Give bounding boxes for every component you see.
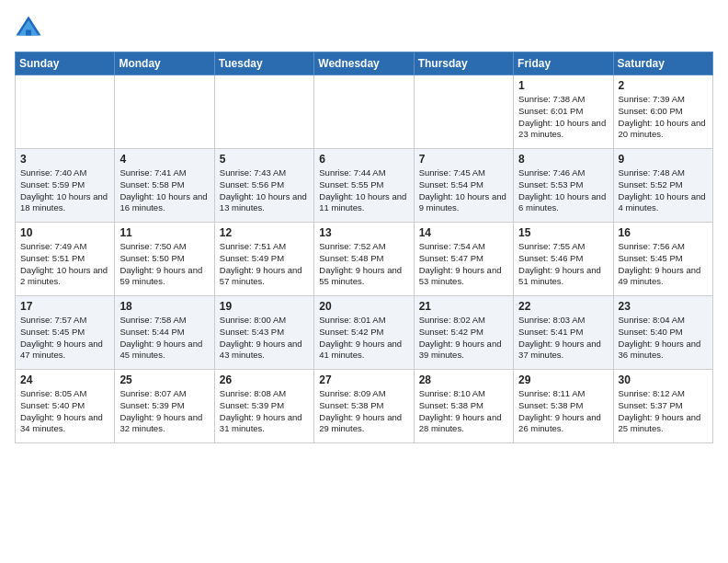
- calendar-week-2: 3Sunrise: 7:40 AM Sunset: 5:59 PM Daylig…: [16, 149, 713, 223]
- day-number: 3: [20, 153, 109, 166]
- calendar-cell: 25Sunrise: 8:07 AM Sunset: 5:39 PM Dayli…: [115, 370, 214, 443]
- calendar-cell: 24Sunrise: 8:05 AM Sunset: 5:40 PM Dayli…: [16, 370, 115, 443]
- day-number: 20: [319, 300, 408, 313]
- cell-info: Sunrise: 7:56 AM Sunset: 5:45 PM Dayligh…: [619, 241, 708, 288]
- calendar-cell: 7Sunrise: 7:45 AM Sunset: 5:54 PM Daylig…: [414, 149, 513, 223]
- calendar-cell: 29Sunrise: 8:11 AM Sunset: 5:38 PM Dayli…: [514, 370, 613, 443]
- cell-info: Sunrise: 7:48 AM Sunset: 5:52 PM Dayligh…: [619, 167, 708, 214]
- cell-info: Sunrise: 8:05 AM Sunset: 5:40 PM Dayligh…: [20, 388, 109, 435]
- cell-info: Sunrise: 8:09 AM Sunset: 5:38 PM Dayligh…: [319, 388, 408, 435]
- calendar-body: 1Sunrise: 7:38 AM Sunset: 6:01 PM Daylig…: [16, 75, 713, 443]
- day-number: 10: [20, 226, 109, 239]
- day-number: 2: [619, 79, 708, 92]
- calendar-cell: 14Sunrise: 7:54 AM Sunset: 5:47 PM Dayli…: [414, 223, 513, 296]
- cell-info: Sunrise: 8:07 AM Sunset: 5:39 PM Dayligh…: [119, 388, 209, 435]
- day-number: 14: [419, 226, 508, 239]
- cell-info: Sunrise: 7:52 AM Sunset: 5:48 PM Dayligh…: [319, 241, 408, 288]
- cell-info: Sunrise: 7:57 AM Sunset: 5:45 PM Dayligh…: [20, 315, 109, 362]
- calendar-cell: 12Sunrise: 7:51 AM Sunset: 5:49 PM Dayli…: [214, 223, 313, 296]
- calendar-cell: 18Sunrise: 7:58 AM Sunset: 5:44 PM Dayli…: [115, 296, 214, 370]
- calendar-cell: 8Sunrise: 7:46 AM Sunset: 5:53 PM Daylig…: [514, 149, 613, 223]
- day-header-monday: Monday: [115, 52, 214, 75]
- day-number: 12: [220, 226, 309, 239]
- calendar-cell: [214, 75, 313, 149]
- cell-info: Sunrise: 7:49 AM Sunset: 5:51 PM Dayligh…: [20, 241, 109, 288]
- day-number: 1: [518, 79, 608, 92]
- calendar-cell: [414, 75, 513, 149]
- day-number: 13: [319, 226, 408, 239]
- day-number: 21: [419, 300, 508, 313]
- day-number: 8: [518, 153, 608, 166]
- cell-info: Sunrise: 7:51 AM Sunset: 5:49 PM Dayligh…: [220, 241, 309, 288]
- calendar-week-3: 10Sunrise: 7:49 AM Sunset: 5:51 PM Dayli…: [16, 223, 713, 296]
- calendar-cell: 10Sunrise: 7:49 AM Sunset: 5:51 PM Dayli…: [16, 223, 115, 296]
- day-number: 22: [518, 300, 608, 313]
- day-number: 25: [119, 373, 209, 386]
- day-header-tuesday: Tuesday: [214, 52, 313, 75]
- day-header-wednesday: Wednesday: [314, 52, 414, 75]
- calendar-table: SundayMondayTuesdayWednesdayThursdayFrid…: [15, 52, 713, 443]
- calendar-cell: [16, 75, 115, 149]
- day-number: 29: [518, 373, 608, 386]
- day-number: 17: [20, 300, 109, 313]
- cell-info: Sunrise: 7:45 AM Sunset: 5:54 PM Dayligh…: [419, 167, 508, 214]
- calendar-cell: [115, 75, 214, 149]
- header-row: SundayMondayTuesdayWednesdayThursdayFrid…: [16, 52, 713, 75]
- calendar-cell: 20Sunrise: 8:01 AM Sunset: 5:42 PM Dayli…: [314, 296, 414, 370]
- calendar-cell: 6Sunrise: 7:44 AM Sunset: 5:55 PM Daylig…: [314, 149, 414, 223]
- cell-info: Sunrise: 7:50 AM Sunset: 5:50 PM Dayligh…: [119, 241, 209, 288]
- calendar-cell: 16Sunrise: 7:56 AM Sunset: 5:45 PM Dayli…: [613, 223, 712, 296]
- cell-info: Sunrise: 8:04 AM Sunset: 5:40 PM Dayligh…: [619, 315, 708, 362]
- calendar-cell: 3Sunrise: 7:40 AM Sunset: 5:59 PM Daylig…: [16, 149, 115, 223]
- cell-info: Sunrise: 7:54 AM Sunset: 5:47 PM Dayligh…: [419, 241, 508, 288]
- calendar-cell: 13Sunrise: 7:52 AM Sunset: 5:48 PM Dayli…: [314, 223, 414, 296]
- day-number: 9: [619, 153, 708, 166]
- calendar-cell: [314, 75, 414, 149]
- calendar-cell: 9Sunrise: 7:48 AM Sunset: 5:52 PM Daylig…: [613, 149, 712, 223]
- calendar-cell: 4Sunrise: 7:41 AM Sunset: 5:58 PM Daylig…: [115, 149, 214, 223]
- day-number: 24: [20, 373, 109, 386]
- calendar-header: SundayMondayTuesdayWednesdayThursdayFrid…: [16, 52, 713, 75]
- day-number: 30: [619, 373, 708, 386]
- logo: [15, 15, 48, 42]
- day-header-thursday: Thursday: [414, 52, 513, 75]
- calendar-cell: 17Sunrise: 7:57 AM Sunset: 5:45 PM Dayli…: [16, 296, 115, 370]
- cell-info: Sunrise: 8:08 AM Sunset: 5:39 PM Dayligh…: [220, 388, 309, 435]
- day-number: 18: [119, 300, 209, 313]
- cell-info: Sunrise: 7:38 AM Sunset: 6:01 PM Dayligh…: [518, 94, 608, 141]
- cell-info: Sunrise: 7:40 AM Sunset: 5:59 PM Dayligh…: [20, 167, 109, 214]
- cell-info: Sunrise: 7:39 AM Sunset: 6:00 PM Dayligh…: [619, 94, 708, 141]
- day-header-saturday: Saturday: [613, 52, 712, 75]
- day-number: 4: [119, 153, 209, 166]
- calendar-cell: 28Sunrise: 8:10 AM Sunset: 5:38 PM Dayli…: [414, 370, 513, 443]
- day-number: 28: [419, 373, 508, 386]
- cell-info: Sunrise: 8:03 AM Sunset: 5:41 PM Dayligh…: [518, 315, 608, 362]
- cell-info: Sunrise: 7:55 AM Sunset: 5:46 PM Dayligh…: [518, 241, 608, 288]
- day-number: 5: [220, 153, 309, 166]
- calendar-cell: 2Sunrise: 7:39 AM Sunset: 6:00 PM Daylig…: [613, 75, 712, 149]
- calendar-cell: 23Sunrise: 8:04 AM Sunset: 5:40 PM Dayli…: [613, 296, 712, 370]
- day-number: 19: [220, 300, 309, 313]
- cell-info: Sunrise: 8:11 AM Sunset: 5:38 PM Dayligh…: [518, 388, 608, 435]
- cell-info: Sunrise: 7:46 AM Sunset: 5:53 PM Dayligh…: [518, 167, 608, 214]
- calendar-week-1: 1Sunrise: 7:38 AM Sunset: 6:01 PM Daylig…: [16, 75, 713, 149]
- calendar-cell: 27Sunrise: 8:09 AM Sunset: 5:38 PM Dayli…: [314, 370, 414, 443]
- calendar-week-4: 17Sunrise: 7:57 AM Sunset: 5:45 PM Dayli…: [16, 296, 713, 370]
- day-number: 27: [319, 373, 408, 386]
- day-number: 6: [319, 153, 408, 166]
- calendar-cell: 19Sunrise: 8:00 AM Sunset: 5:43 PM Dayli…: [214, 296, 313, 370]
- calendar-cell: 21Sunrise: 8:02 AM Sunset: 5:42 PM Dayli…: [414, 296, 513, 370]
- day-number: 16: [619, 226, 708, 239]
- cell-info: Sunrise: 7:43 AM Sunset: 5:56 PM Dayligh…: [220, 167, 309, 214]
- day-number: 15: [518, 226, 608, 239]
- calendar-cell: 15Sunrise: 7:55 AM Sunset: 5:46 PM Dayli…: [514, 223, 613, 296]
- day-header-sunday: Sunday: [16, 52, 115, 75]
- day-header-friday: Friday: [514, 52, 613, 75]
- cell-info: Sunrise: 8:02 AM Sunset: 5:42 PM Dayligh…: [419, 315, 508, 362]
- calendar-cell: 11Sunrise: 7:50 AM Sunset: 5:50 PM Dayli…: [115, 223, 214, 296]
- cell-info: Sunrise: 8:12 AM Sunset: 5:37 PM Dayligh…: [619, 388, 708, 435]
- calendar-cell: 26Sunrise: 8:08 AM Sunset: 5:39 PM Dayli…: [214, 370, 313, 443]
- day-number: 23: [619, 300, 708, 313]
- cell-info: Sunrise: 7:44 AM Sunset: 5:55 PM Dayligh…: [319, 167, 408, 214]
- cell-info: Sunrise: 7:41 AM Sunset: 5:58 PM Dayligh…: [119, 167, 209, 214]
